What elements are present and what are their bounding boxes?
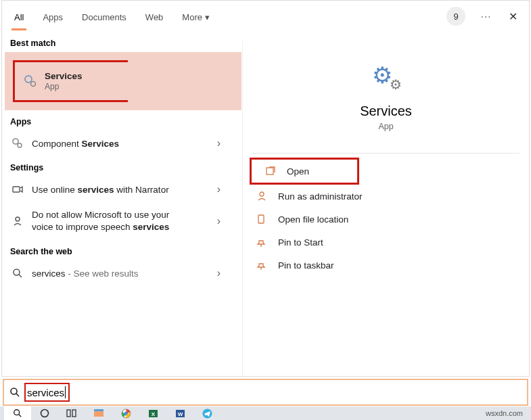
svg-rect-17	[72, 410, 76, 417]
svg-point-13	[14, 410, 20, 415]
result-web-services[interactable]: services - See web results ›	[2, 260, 242, 286]
section-apps: Apps	[2, 110, 242, 131]
pin-icon	[256, 237, 271, 248]
svg-rect-10	[258, 215, 264, 223]
best-match-services[interactable]: Services App	[5, 52, 241, 110]
preview-subtitle: App	[243, 122, 529, 131]
svg-point-1	[31, 82, 36, 87]
action-pin-start[interactable]: Pin to Start	[243, 231, 529, 254]
svg-line-7	[19, 275, 22, 277]
svg-rect-19	[94, 409, 103, 411]
chevron-down-icon: ▾	[205, 12, 210, 22]
tab-apps[interactable]: Apps	[33, 3, 72, 30]
tab-documents[interactable]: Documents	[72, 3, 136, 30]
taskbar-chrome-icon[interactable]	[112, 406, 139, 420]
services-hero-icon: ⚙⚙	[369, 62, 403, 93]
action-open-location[interactable]: Open file location	[243, 208, 529, 231]
chevron-right-icon: ›	[217, 215, 221, 227]
best-match-title: Services	[45, 71, 83, 81]
section-web: Search the web	[2, 240, 242, 260]
chevron-right-icon: ›	[217, 183, 221, 195]
svg-point-0	[25, 76, 32, 83]
svg-rect-4	[13, 187, 20, 192]
taskbar-excel-icon[interactable]: X	[139, 406, 166, 420]
preview-pane: ⚙⚙ Services App Open Run as administrato…	[242, 41, 529, 376]
taskbar-telegram-icon[interactable]	[193, 406, 221, 420]
folder-icon	[256, 214, 271, 225]
svg-rect-18	[94, 411, 103, 417]
search-input-bar[interactable]: services	[3, 379, 528, 406]
svg-point-11	[11, 388, 17, 394]
action-pin-taskbar[interactable]: Pin to taskbar	[243, 254, 529, 277]
svg-point-6	[14, 269, 20, 275]
taskbar: X W wsxdn.com	[0, 406, 531, 420]
svg-rect-16	[67, 410, 70, 417]
divider	[252, 153, 520, 154]
taskbar-cortana-icon[interactable]	[31, 406, 58, 420]
speech-icon	[10, 215, 25, 227]
overflow-menu-icon[interactable]: ⋯	[474, 10, 499, 23]
svg-point-3	[18, 143, 22, 147]
tab-all[interactable]: All	[5, 3, 33, 30]
results-list: Best match Services App Apps	[2, 32, 242, 376]
svg-rect-8	[267, 168, 273, 174]
search-query-text: services	[27, 387, 64, 398]
taskbar-app-1[interactable]	[85, 406, 112, 420]
svg-line-14	[19, 415, 22, 417]
svg-point-2	[13, 139, 18, 144]
preview-title: Services	[243, 103, 529, 119]
search-query-highlight: services	[24, 383, 70, 402]
taskbar-word-icon[interactable]: W	[166, 406, 193, 420]
result-voice-services[interactable]: Do not allow Microsoft to use your voice…	[2, 202, 242, 240]
tab-web[interactable]: Web	[136, 3, 173, 30]
filter-tabs: All Apps Documents Web More ▾ 9 ⋯ ✕	[2, 1, 529, 32]
search-icon	[9, 387, 20, 398]
windows-search-panel: All Apps Documents Web More ▾ 9 ⋯ ✕ Best…	[1, 0, 530, 377]
taskbar-taskview-icon[interactable]	[58, 406, 85, 420]
action-open[interactable]: Open	[250, 158, 359, 185]
watermark: wsxdn.com	[486, 409, 527, 417]
result-narrator-services[interactable]: Use online services with Narrator ›	[2, 177, 242, 202]
component-services-icon	[10, 137, 25, 149]
services-gears-icon	[23, 74, 38, 88]
admin-icon	[256, 191, 271, 202]
result-component-services[interactable]: Component Services ›	[2, 131, 242, 156]
svg-point-15	[41, 410, 49, 417]
tab-more[interactable]: More ▾	[172, 3, 218, 30]
text-caret	[65, 386, 66, 398]
svg-text:X: X	[151, 411, 155, 417]
pin-icon	[256, 260, 271, 271]
svg-line-12	[16, 394, 19, 396]
search-icon	[10, 268, 25, 279]
svg-point-5	[16, 217, 20, 221]
section-best-match: Best match	[2, 32, 242, 52]
section-settings: Settings	[2, 156, 242, 177]
svg-point-9	[260, 192, 264, 196]
taskbar-search-icon[interactable]	[4, 406, 31, 420]
open-icon	[265, 166, 280, 177]
rewards-badge[interactable]: 9	[446, 7, 465, 26]
svg-text:W: W	[177, 411, 183, 417]
action-run-admin[interactable]: Run as administrator	[243, 185, 529, 208]
chevron-right-icon: ›	[217, 137, 221, 149]
narrator-icon	[10, 183, 25, 195]
close-button[interactable]: ✕	[499, 10, 526, 23]
chevron-right-icon: ›	[217, 267, 221, 279]
best-match-subtitle: App	[45, 82, 83, 91]
